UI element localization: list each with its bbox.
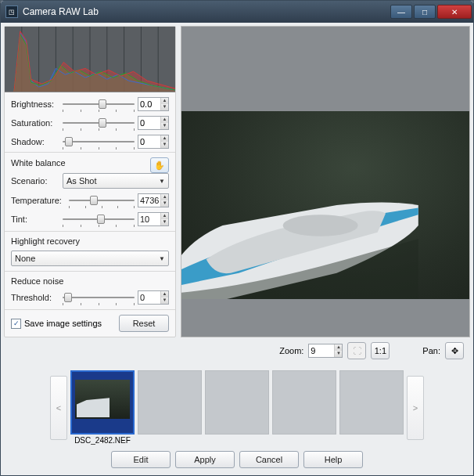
- shadow-slider[interactable]: [63, 135, 135, 149]
- thumbnail-selected[interactable]: [70, 370, 135, 435]
- highlight-recovery-title: Highlight recovery: [11, 236, 169, 246]
- highlight-recovery-select[interactable]: None ▼: [11, 251, 169, 266]
- dialog-buttons: Edit Apply Cancel Help: [4, 446, 470, 471]
- maximize-button[interactable]: □: [414, 5, 436, 19]
- filmstrip-prev-button[interactable]: <: [50, 376, 67, 440]
- filmstrip-next-button[interactable]: >: [407, 376, 424, 440]
- threshold-label: Threshold:: [11, 293, 59, 302]
- controls-panel: Brightness: 0.0 ▲▼ Saturation:: [4, 26, 176, 337]
- zoom-fit-button[interactable]: ⛶: [347, 342, 366, 359]
- threshold-slider[interactable]: [63, 290, 135, 305]
- preview-panel: [181, 26, 470, 337]
- saturation-input[interactable]: 0 ▲▼: [138, 116, 169, 130]
- reduce-noise-title: Reduce noise: [11, 276, 169, 286]
- zoom-1to1-button[interactable]: 1:1: [371, 342, 390, 359]
- scenario-select[interactable]: As Shot ▼: [63, 173, 169, 189]
- apply-button[interactable]: Apply: [175, 451, 235, 468]
- zoom-bar: Zoom: 9 ▲▼ ⛶ 1:1 Pan: ✥: [4, 337, 470, 364]
- thumbnail-empty[interactable]: [138, 370, 202, 435]
- pan-icon: ✥: [451, 346, 458, 356]
- titlebar: ◳ Camera RAW Lab — □ ✕: [1, 1, 473, 23]
- fit-icon: ⛶: [353, 346, 361, 355]
- saturation-slider[interactable]: [63, 116, 135, 130]
- reset-button[interactable]: Reset: [119, 315, 169, 332]
- white-balance-title: White balance: [11, 158, 66, 168]
- minimize-button[interactable]: —: [390, 5, 412, 19]
- save-settings-label: Save image settings: [24, 319, 102, 328]
- preview-image[interactable]: [181, 27, 469, 337]
- scenario-label: Scenario:: [11, 176, 59, 186]
- temperature-input[interactable]: 4736 ▲▼: [138, 193, 169, 207]
- save-settings-checkbox[interactable]: ✓: [11, 319, 21, 329]
- spin-up-icon: ▲: [160, 98, 168, 104]
- thumbnail-filename: DSC_2482.NEF: [70, 436, 135, 445]
- brightness-slider[interactable]: [63, 97, 135, 111]
- threshold-input[interactable]: 0 ▲▼: [138, 290, 169, 305]
- close-button[interactable]: ✕: [437, 5, 472, 19]
- one-to-one-icon: 1:1: [375, 346, 386, 355]
- tint-input[interactable]: 10 ▲▼: [138, 212, 169, 226]
- temperature-label: Temperature:: [11, 196, 66, 205]
- zoom-label: Zoom:: [279, 346, 303, 355]
- help-button[interactable]: Help: [303, 451, 363, 468]
- shadow-input[interactable]: 0 ▲▼: [138, 135, 169, 149]
- cancel-button[interactable]: Cancel: [239, 451, 299, 468]
- shadow-label: Shadow:: [11, 137, 59, 146]
- window-title: Camera RAW Lab: [23, 6, 390, 17]
- chevron-down-icon: ▼: [159, 255, 165, 262]
- pan-button[interactable]: ✥: [445, 342, 464, 359]
- filmstrip: < DSC_2482.NEF >: [4, 364, 470, 446]
- histogram: [5, 27, 175, 92]
- edit-button[interactable]: Edit: [111, 451, 171, 468]
- brightness-input[interactable]: 0.0 ▲▼: [138, 97, 169, 111]
- saturation-label: Saturation:: [11, 118, 59, 128]
- temperature-slider[interactable]: [69, 193, 135, 207]
- zoom-input[interactable]: 9 ▲▼: [308, 344, 343, 358]
- tint-label: Tint:: [11, 215, 59, 224]
- app-window: ◳ Camera RAW Lab — □ ✕: [0, 0, 474, 476]
- spin-down-icon: ▼: [160, 104, 168, 110]
- brightness-label: Brightness:: [11, 99, 59, 109]
- content: Brightness: 0.0 ▲▼ Saturation:: [1, 23, 473, 475]
- svg-point-9: [283, 215, 358, 236]
- app-icon: ◳: [5, 5, 18, 18]
- hand-icon: ✋: [154, 160, 165, 171]
- chevron-down-icon: ▼: [159, 178, 165, 185]
- white-balance-picker-button[interactable]: ✋: [150, 157, 169, 173]
- thumbnail-empty[interactable]: [205, 370, 269, 435]
- thumbnail-empty[interactable]: [272, 370, 336, 435]
- pan-label: Pan:: [422, 346, 440, 355]
- thumbnail-empty[interactable]: [339, 370, 404, 435]
- tint-slider[interactable]: [63, 212, 135, 226]
